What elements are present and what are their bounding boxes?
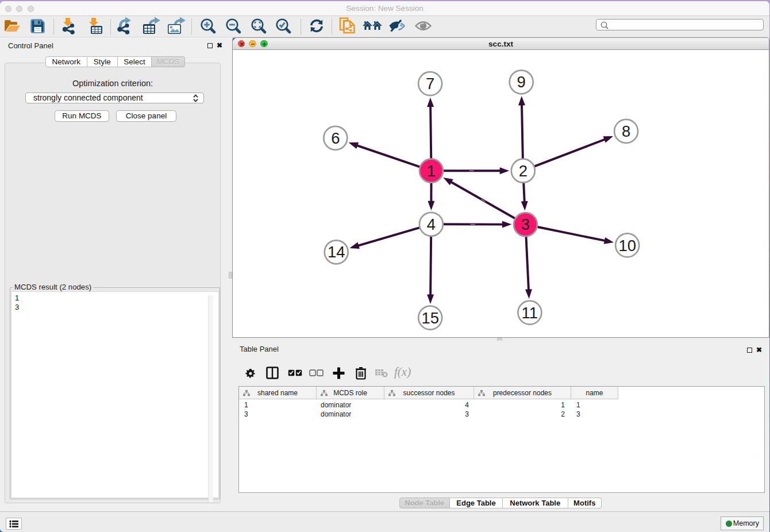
svg-text:11: 11	[522, 304, 538, 322]
svg-text:9: 9	[517, 73, 526, 91]
svg-text:6: 6	[331, 129, 340, 147]
svg-text:10: 10	[618, 237, 636, 255]
svg-text:1: 1	[427, 162, 436, 180]
svg-text:15: 15	[421, 309, 439, 327]
svg-text:8: 8	[622, 122, 630, 140]
svg-text:7: 7	[426, 75, 434, 92]
svg-text:2: 2	[519, 162, 528, 180]
svg-text:14: 14	[328, 243, 345, 261]
svg-text:4: 4	[427, 215, 436, 233]
svg-text:3: 3	[521, 215, 530, 233]
